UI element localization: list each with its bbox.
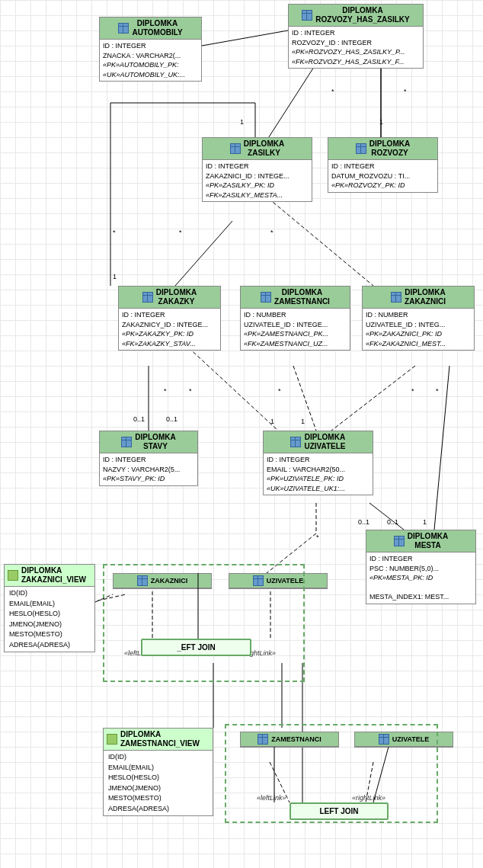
entity-zamestnanci-title: DIPLOMKAZAMESTNANCI [274, 288, 330, 306]
entity-zakaznici-join-title: ZAKAZNICI [151, 577, 188, 585]
field: UZIVATELE_ID : INTEGE... [244, 320, 347, 330]
join-box-1: _EFT JOIN [141, 639, 251, 656]
entity-rozvozy-has-zasilky-fields: ID : INTEGER ROZVOZY_ID : INTEGER «PK»RO… [289, 27, 423, 68]
field: «FK»ZAKAZKY_STAV... [122, 339, 217, 349]
view-field: MESTO(MESTO) [108, 793, 208, 804]
svg-line-6 [175, 221, 232, 286]
field: NAZVY : VARCHAR2(5... [103, 465, 194, 475]
entity-zakazky-title: DIPLOMKAZAKAZKY [156, 288, 197, 306]
entity-zasilky-fields: ID : INTEGER ZAKAZNICI_ID : INTEGE... «P… [203, 160, 312, 201]
view-zamestnanci-title: DIPLOMKAZAMESTNANCI_VIEW [120, 730, 200, 748]
field: ID : INTEGER [206, 162, 309, 171]
view-zakaznici-fields: ID(ID) EMAIL(EMAIL) HESLO(HESLO) JMENO(J… [5, 587, 94, 652]
entity-zasilky-title: DIPLOMKAZASILKY [244, 139, 284, 158]
mult-01-1: 0..1 [133, 415, 145, 423]
entity-rozvozy-fields: ID : INTEGER DATUM_ROZVOZU : TI... «PK»R… [328, 160, 437, 192]
table-icon [356, 143, 366, 154]
mult-star-zasilky3: * [270, 229, 273, 236]
table-icon [257, 734, 268, 745]
entity-stavy: DIPLOMKASTAVY ID : INTEGER NAZVY : VARCH… [99, 431, 198, 486]
entity-zakaznici-header: DIPLOMKAZAKAZNICI [363, 287, 474, 309]
field: ID : NUMBER [366, 310, 471, 320]
field: ROZVOZY_ID : INTEGER [292, 38, 420, 48]
view-field: EMAIL(EMAIL) [108, 763, 208, 774]
field [369, 583, 472, 593]
view-zamestnanci-fields: ID(ID) EMAIL(EMAIL) HESLO(HESLO) JMENO(J… [104, 751, 213, 815]
entity-rozvozy-has-zasilky-title: DIPLOMKAROZVOZY_HAS_ZASILKY [315, 6, 409, 24]
field: ID : INTEGER [122, 310, 217, 320]
svg-line-2 [202, 30, 288, 46]
view-field: JMENO(JMENO) [9, 620, 90, 630]
mult-star-4: * [189, 387, 192, 395]
field: EMAIL : VARCHAR2(50... [267, 465, 369, 475]
svg-line-26 [95, 594, 113, 602]
entity-mesta-header: DIPLOMKAMESTA [366, 530, 475, 553]
entity-zasilky-header: DIPLOMKAZASILKY [203, 138, 312, 160]
entity-uzivatele-join-header: UZIVATELE [229, 574, 327, 588]
entity-uzivatele-header: DIPLOMKAUZIVATELE [264, 431, 373, 453]
table-icon [142, 292, 153, 303]
field: ZAKAZNICI_ID : INTEGE... [206, 171, 309, 181]
join-box-2: LEFT JOIN [289, 802, 389, 820]
field: «PK»MESTA_PK: ID [369, 573, 472, 583]
entity-zakaznici-join: ZAKAZNICI [113, 573, 212, 589]
table-icon [290, 437, 301, 447]
table-icon [302, 10, 312, 21]
entity-zakazky-header: DIPLOMKAZAKAZKY [119, 287, 220, 309]
mult-star-5: * [278, 387, 281, 395]
entity-rozvozy: DIPLOMKAROZVOZY ID : INTEGER DATUM_ROZVO… [328, 137, 438, 193]
entity-uzivatele-title: DIPLOMKAUZIVATELE [304, 433, 345, 451]
table-icon [118, 23, 129, 34]
field: ID : INTEGER [103, 455, 194, 465]
entity-zakazky: DIPLOMKAZAKAZKY ID : INTEGER ZAKAZNICY_I… [118, 286, 221, 351]
entity-uzivatele: DIPLOMKAUZIVATELE ID : INTEGER EMAIL : V… [263, 431, 373, 495]
entity-zamestnanci-join: ZAMESTNANCI [240, 732, 339, 748]
mult-1-rozvozy: 1 [379, 118, 383, 126]
entity-zamestnanci-join-header: ZAMESTNANCI [241, 732, 338, 747]
entity-zamestnanci: DIPLOMKAZAMESTNANCI ID : NUMBER UZIVATEL… [240, 286, 350, 351]
field: UZIVATELE_ID : INTEG... [366, 320, 471, 330]
entity-automobily-fields: ID : INTEGER ZNACKA : VARCHAR2(... «PK»A… [100, 40, 201, 81]
field: «PK»ROZVOZY_HAS_ZASILKY_P... [292, 47, 420, 57]
entity-stavy-title: DIPLOMKASTAVY [135, 433, 175, 451]
table-icon [379, 734, 389, 745]
field: ID : INTEGER [369, 554, 472, 564]
table-icon [394, 536, 405, 546]
field: «FK»ZAKAZNICI_MEST... [366, 339, 471, 349]
entity-uzivatele-join2: UZIVATELE [354, 732, 453, 748]
field: ID : INTEGER [267, 455, 369, 465]
mult-star-6: * [411, 387, 414, 395]
view-zamestnanci-header: DIPLOMKAZAMESTNANCI_VIEW [104, 729, 213, 751]
field: ID : INTEGER [292, 28, 420, 38]
mult-star-1: * [331, 88, 334, 95]
entity-uzivatele-fields: ID : INTEGER EMAIL : VARCHAR2(50... «PK»… [264, 453, 373, 495]
field: DATUM_ROZVOZU : TI... [331, 171, 434, 181]
view-field: ID(ID) [9, 588, 90, 599]
entity-mesta-fields: ID : INTEGER PSC : NUMBER(5,0)... «PK»ME… [366, 553, 475, 604]
view-field: EMAIL(EMAIL) [9, 599, 90, 610]
diagram-canvas: DIPLOMKAAUTOMOBILY ID : INTEGER ZNACKA :… [0, 0, 483, 868]
view-field: ADRESA(ADRESA) [9, 640, 90, 651]
table-icon [137, 575, 148, 586]
left-link-label-2: «leftLink» [257, 794, 286, 802]
table-icon [253, 575, 264, 586]
svg-line-12 [331, 366, 415, 431]
entity-zakaznici: DIPLOMKAZAKAZNICI ID : NUMBER UZIVATELE_… [362, 286, 475, 351]
entity-stavy-fields: ID : INTEGER NAZVY : VARCHAR2(5... «PK»S… [100, 453, 197, 485]
field: «PK»ZAKAZKY_PK: ID [122, 329, 217, 339]
mult-01-2: 0..1 [166, 415, 178, 423]
view-zamestnanci: DIPLOMKAZAMESTNANCI_VIEW ID(ID) EMAIL(EM… [103, 728, 213, 816]
mult-1-uz2: 1 [301, 418, 305, 425]
field: «FK»ZAMESTNANCI_UZ... [244, 339, 347, 349]
entity-automobily-header: DIPLOMKAAUTOMOBILY [100, 18, 201, 40]
field: «FK»ROZVOZY_HAS_ZASILKY_F... [292, 57, 420, 67]
field: «PK»ZAKAZNICI_PK: ID [366, 329, 471, 339]
field: PSC : NUMBER(5,0)... [369, 564, 472, 574]
entity-automobily-title: DIPLOMKAAUTOMOBILY [132, 19, 182, 37]
field: ZNACKA : VARCHAR2(... [103, 51, 198, 61]
entity-rozvozy-has-zasilky: DIPLOMKAROZVOZY_HAS_ZASILKY ID : INTEGER… [288, 4, 424, 69]
entity-rozvozy-title: DIPLOMKAROZVOZY [369, 139, 410, 158]
entity-uzivatele-join: UZIVATELE [229, 573, 328, 589]
right-link-label-2: «rightLink» [352, 794, 385, 802]
field: «FK»ZASILKY_MESTA... [206, 191, 309, 200]
